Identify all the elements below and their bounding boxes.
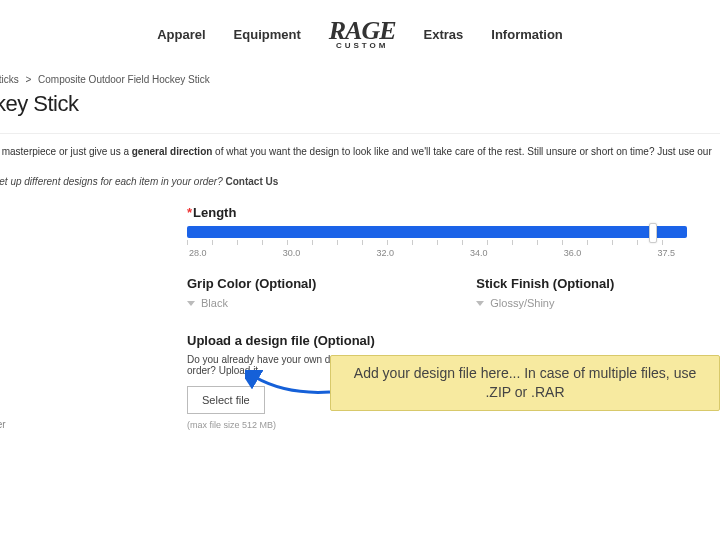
chevron-down-icon [476, 301, 484, 306]
file-size-hint: (max file size 512 MB) [187, 420, 720, 430]
finish-label: Stick Finish (Optional) [476, 276, 614, 291]
nav-information[interactable]: Information [491, 27, 563, 42]
top-nav: Apparel Equipment RAGE CUSTOM Extras Inf… [0, 0, 720, 60]
grip-label: Grip Color (Optional) [187, 276, 316, 291]
length-slider[interactable] [187, 226, 687, 238]
grip-select[interactable]: Black [187, 297, 316, 309]
chevron-down-icon [187, 301, 195, 306]
contact-link[interactable]: Contact Us [226, 176, 279, 187]
annotation-callout: Add your design file here... In case of … [330, 355, 720, 411]
description-help: 🙂 Need help to set up different designs … [0, 176, 720, 187]
description: ate your very own masterpiece or just gi… [0, 144, 720, 174]
upload-label: Upload a design file (Optional) [187, 333, 720, 348]
footer-order-link[interactable]: your order [0, 419, 6, 430]
page-title: d Hockey Stick [0, 91, 720, 117]
crumb-sticks[interactable]: Sticks [0, 74, 19, 85]
select-file-button[interactable]: Select file [187, 386, 265, 414]
nav-apparel[interactable]: Apparel [157, 27, 205, 42]
nav-equipment[interactable]: Equipment [234, 27, 301, 42]
breadcrumb: ey > Sticks > Composite Outdoor Field Ho… [0, 60, 720, 87]
length-label: *Length [187, 205, 720, 220]
nav-extras[interactable]: Extras [424, 27, 464, 42]
logo-sub: CUSTOM [336, 42, 389, 50]
slider-labels: 28.030.032.034.036.037.5 [187, 248, 677, 258]
crumb-product[interactable]: Composite Outdoor Field Hockey Stick [38, 74, 210, 85]
logo[interactable]: RAGE CUSTOM [329, 18, 396, 50]
divider [0, 133, 720, 134]
finish-select[interactable]: Glossy/Shiny [476, 297, 614, 309]
slider-ticks [187, 240, 687, 246]
